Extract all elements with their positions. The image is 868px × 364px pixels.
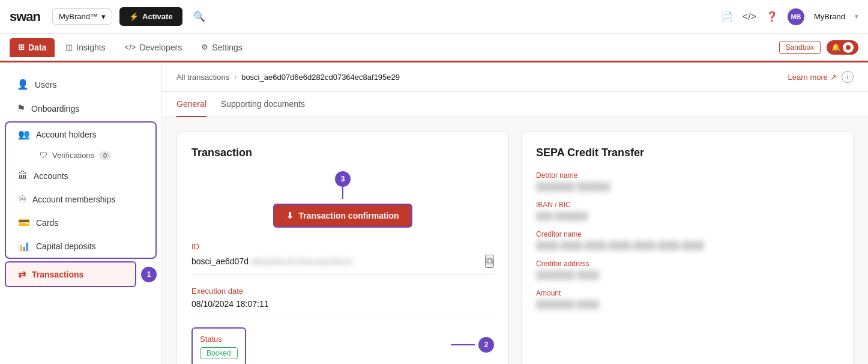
capital-deposits-icon: 📊 [18,240,30,252]
sidebar: 👤 Users ⚑ Onboardings 👥 Account holders … [0,62,162,364]
tab-insights[interactable]: ◫ Insights [57,38,113,57]
topbar-chevron-icon: ▾ [855,13,858,20]
sidebar-item-onboardings[interactable]: ⚑ Onboardings [5,97,157,120]
swan-logo: swan [10,9,40,25]
sidebar-item-cards-label: Cards [36,218,58,228]
sidebar-item-capital-deposits-label: Capital deposits [36,241,96,251]
breadcrumb-right: Learn more ↗ i [788,71,854,83]
transaction-confirmation-button[interactable]: ⬇ Transaction confirmation [273,204,412,228]
step-3-annotation: 3 [335,171,351,187]
sidebar-item-cards[interactable]: 💳 Cards [6,211,155,234]
learn-more-label: Learn more [788,73,828,82]
topbar-brand-label: MyBrand [814,12,845,21]
sidebar-item-account-memberships[interactable]: ♾ Account memberships [6,187,155,211]
document-icon-button[interactable]: 📄 [721,11,733,22]
sepa-amount-label: Amount [536,289,839,297]
search-icon: 🔍 [193,11,205,22]
sepa-debtor-name-label: Debtor name [536,171,839,180]
sepa-card: SEPA Credit Transfer Debtor name ███████… [521,132,854,364]
breadcrumb-current: bosci_ae6d07d6e6d282cd07364ec8af195e29 [241,73,400,82]
chevron-down-icon: ▾ [101,12,106,21]
brand-selector[interactable]: MyBrand™ ▾ [52,8,112,25]
sidebar-item-account-holders[interactable]: 👥 Account holders [6,123,155,146]
data-icon: ⊞ [18,43,25,52]
sepa-debtor-name: Debtor name ███████ ██████ [536,171,839,191]
sidebar-item-accounts[interactable]: 🏛 Accounts [6,165,155,187]
sidebar-item-users[interactable]: 👤 Users [5,73,157,96]
search-button[interactable]: 🔍 [190,7,209,26]
tab-developers[interactable]: </> Developers [116,38,191,57]
tab-developers-label: Developers [139,43,182,52]
transaction-card-title: Transaction [191,147,494,159]
sidebar-item-accounts-label: Accounts [34,171,68,181]
main-layout: 👤 Users ⚑ Onboardings 👥 Account holders … [0,62,868,364]
tab-general[interactable]: General [176,92,206,117]
sepa-debtor-name-value: ███████ ██████ [536,182,839,191]
settings-icon: ⚙ [201,43,208,52]
toggle-dot [846,45,851,50]
annotation-2-line [451,344,475,345]
account-holders-icon: 👥 [18,129,30,140]
sidebar-item-transactions[interactable]: ⇄ Transactions [5,261,136,287]
sepa-creditor-address-value: ███████ ████ [536,270,839,279]
brand-name: MyBrand™ [59,12,98,21]
sepa-creditor-address: Creditor address ███████ ████ [536,259,839,279]
account-memberships-icon: ♾ [18,193,26,205]
breadcrumb-separator: › [234,73,237,81]
onboardings-icon: ⚑ [17,103,25,114]
navtabs-right: Sandbox 🔔 [779,40,858,55]
tab-general-label: General [176,99,206,109]
avatar: MB [788,8,804,25]
sepa-iban-bic-value: ███ ██████ [536,211,839,220]
users-icon: 👤 [17,79,29,90]
info-icon[interactable]: i [842,71,854,83]
transaction-card: Transaction 3 ⬇ Transaction confirmation [176,132,509,364]
accounts-icon: 🏛 [18,171,28,181]
sidebar-item-capital-deposits[interactable]: 📊 Capital deposits [6,234,155,258]
sidebar-sub-verifications: 🛡 Verifications 0 [6,146,155,165]
sidebar-item-verifications-label: Verifications [52,151,94,160]
txn-confirm-section: 3 ⬇ Transaction confirmation [191,171,494,228]
id-field-group: ID bosci_ae6d07d d6e6d282cd07364ec8af195… [191,242,494,275]
copy-id-button[interactable]: ⧉ [485,255,494,268]
id-blur-portion: d6e6d282cd07364ec8af195e29 [251,258,352,266]
insights-icon: ◫ [65,43,73,52]
content-tabs: General Supporting documents [162,92,868,117]
transactions-icon: ⇄ [18,268,26,280]
sepa-creditor-name-value: ████ ████ ████ ████ ████ ████ ████ [536,241,839,250]
verifications-icon: 🛡 [40,151,47,160]
status-field-group: Status Booked 2 [191,327,494,364]
activate-button[interactable]: ⚡ Activate [119,7,182,26]
sepa-amount: Amount ███████ ████ [536,289,839,309]
sepa-iban-bic: IBAN / BIC ███ ██████ [536,201,839,220]
txn-confirm-btn-label: Transaction confirmation [298,211,399,220]
sepa-creditor-name-label: Creditor name [536,230,839,238]
breadcrumb: All transactions › bosci_ae6d07d6e6d282c… [162,62,868,92]
notification-toggle[interactable]: 🔔 [827,40,858,55]
tab-settings-label: Settings [212,43,243,52]
tab-insights-label: Insights [76,43,105,52]
sidebar-item-verifications[interactable]: 🛡 Verifications 0 [32,146,155,165]
execution-date-label: Execution date [191,287,494,296]
tab-supporting-docs[interactable]: Supporting documents [221,92,305,117]
sidebar-item-onboardings-label: Onboardings [31,104,79,114]
toggle-circle [843,42,854,53]
step-1-annotation: 1 [141,267,157,282]
verifications-badge: 0 [99,151,111,160]
tab-settings[interactable]: ⚙ Settings [193,38,251,57]
breadcrumb-parent[interactable]: All transactions [176,73,229,82]
execution-date-text: 08/10/2024 18:07:11 [191,299,268,309]
execution-date-field-group: Execution date 08/10/2024 18:07:11 [191,287,494,315]
code-icon-button[interactable]: </> [743,11,756,22]
tab-data[interactable]: ⊞ Data [10,38,55,57]
sidebar-item-account-memberships-label: Account memberships [32,195,116,204]
help-icon-button[interactable]: ❓ [766,11,778,22]
external-link-icon: ↗ [830,73,837,82]
step-2-annotation: 2 [478,337,494,353]
execution-date-value: 08/10/2024 18:07:11 [191,299,494,315]
sepa-creditor-name: Creditor name ████ ████ ████ ████ ████ █… [536,230,839,250]
learn-more-link[interactable]: Learn more ↗ [788,73,837,82]
id-value-text: bosci_ae6d07d d6e6d282cd07364ec8af195e29 [191,256,352,266]
status-label: Status [200,335,238,344]
sepa-creditor-address-label: Creditor address [536,259,839,268]
